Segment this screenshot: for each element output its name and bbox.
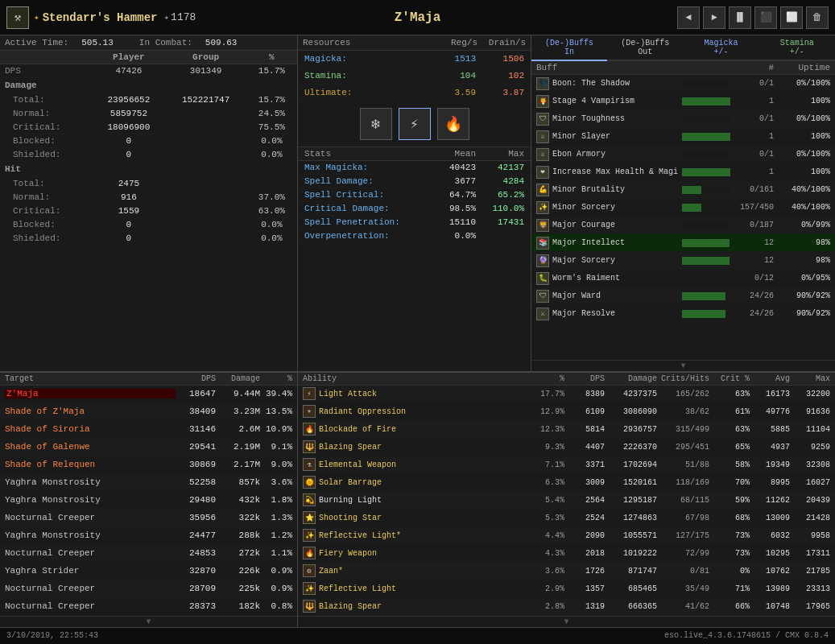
target-name: Yaghra Monstrosity [5,530,176,540]
buff-list: 🌑 Boon: The Shadow 0/1 0%/100% 🧛 Stage 4… [531,75,835,360]
tab-buffs-out[interactable]: (De-)BuffsOut [607,35,683,61]
ability-name: Reflective Light* [319,531,528,540]
target-row[interactable]: Nocturnal Creeper 35956 322k 1.3% [0,510,297,527]
tab-stamina[interactable]: Stamina+/- [759,35,835,61]
target-row[interactable]: Shade of Siroria 31146 2.6M 10.9% [0,421,297,439]
tab-buffs-in[interactable]: (De-)BuffsIn [531,35,607,61]
buff-count: 1 [734,167,774,176]
ability-icon-3[interactable]: 🔥 [437,108,469,140]
nav-play[interactable]: ▐▌ [729,6,751,29]
buff-count: 0/12 [734,274,774,283]
target-row[interactable]: Shade of Galenwe 29541 2.19M 9.1% [0,439,297,456]
target-name: Shade of Siroria [5,424,176,434]
col-pct-t: % [260,374,292,383]
buff-bar-container [682,80,730,88]
ability-name: Reflective Light [319,584,528,593]
buff-row: 🦁 Major Courage 0/187 0%/99% [531,217,835,234]
mean-label: Mean [428,149,476,159]
stat-mean: 0.0% [428,231,476,241]
buff-row: 🛡 Major Ward 24/26 90%/92% [531,287,835,305]
target-row[interactable]: Z'Maja 18647 9.44M 39.4% [0,386,297,403]
target-name: Z'Maja [5,389,176,398]
target-damage: 3.23M [216,407,260,416]
nav-delete[interactable]: 🗑 [806,6,829,29]
buff-count: 24/26 [734,291,774,300]
col-ability-dps: DPS [564,374,605,383]
ability-row[interactable]: 🔥 Fiery Weapon 4.3% 2018 1019222 72/99 7… [298,545,835,563]
nav-next[interactable]: ► [703,6,725,29]
ability-row[interactable]: ⚗ Elemental Weapon 7.1% 3371 1702694 51/… [298,456,835,474]
target-row[interactable]: Nocturnal Creeper 28709 225k 0.9% [0,580,297,598]
tab-magicka[interactable]: Magicka+/- [684,35,759,61]
ability-row[interactable]: 🔥 Blockade of Fire 12.3% 5814 2936757 31… [298,421,835,439]
buff-name: Major Courage [552,221,682,229]
ability-icon-2[interactable]: ⚡ [399,108,431,140]
buff-scroll: ▼ [531,360,835,371]
buff-count: 0/161 [734,185,774,194]
ability-max: 17311 [790,549,830,558]
target-row[interactable]: Yaghra Monstrosity 29480 432k 1.8% [0,492,297,510]
ability-max: 9958 [790,531,830,540]
buff-name: Major Intellect [552,238,682,247]
ability-row[interactable]: 🌞 Solar Barrage 6.3% 3009 1520161 118/16… [298,474,835,492]
col-damage: Damage [216,374,260,383]
ability-icon-1[interactable]: ❄ [360,108,392,140]
target-row[interactable]: Yaghra Strider 32870 226k 0.9% [0,563,297,580]
target-row[interactable]: Shade of Z'Maja 38409 3.23M 13.5% [0,403,297,421]
nav-export[interactable]: ⬜ [780,6,803,29]
ability-row[interactable]: 🔱 Blazing Spear 2.8% 1319 666365 41/62 6… [298,598,835,616]
ability-row[interactable]: ⚙ Zaan* 3.6% 1726 871747 0/81 0% 10762 2… [298,563,835,580]
buff-uptime: 40%/100% [774,185,830,194]
ability-avg: 13989 [750,584,790,593]
ability-crits: 295/451 [657,443,709,452]
ability-avg: 10762 [750,567,790,576]
buff-icon: 🧛 [536,95,549,108]
ability-row[interactable]: ✨ Reflective Light 2.9% 1357 685465 35/4… [298,580,835,598]
target-scroll: ▼ [0,616,297,627]
buff-uptime: 40%/100% [774,203,830,212]
buff-row: ⚔ Minor Slayer 1 100% [531,128,835,146]
ability-pct: 5.4% [528,496,564,505]
target-name: Nocturnal Creeper [5,601,176,611]
nav-prev[interactable]: ◄ [677,6,700,29]
nav-buttons: ◄ ► ▐▌ ⬛ ⬜ 🗑 [677,6,829,29]
ability-crits: 72/99 [657,549,709,558]
ability-pct: 7.1% [528,460,564,469]
col-ability: Ability [303,374,528,383]
buff-row: ✨ Minor Sorcery 157/450 40%/100% [531,199,835,217]
stat-mean: 98.5% [428,204,476,213]
ability-critpct: 58% [709,460,750,469]
nav-save[interactable]: ⬛ [754,6,777,29]
ability-row[interactable]: ☀ Radiant Oppression 12.9% 6109 3086090 … [298,403,835,421]
buff-count: 24/26 [734,309,774,318]
ability-avg: 49776 [750,407,790,416]
ability-row[interactable]: ⭐ Shooting Star 5.3% 2524 1274863 67/98 … [298,510,835,527]
ability-damage: 685465 [605,584,657,593]
ability-row[interactable]: 💫 Burning Light 5.4% 2564 1295187 68/115… [298,492,835,510]
ability-row[interactable]: 🔱 Blazing Spear 9.3% 4407 2226370 295/45… [298,439,835,456]
target-row[interactable]: Yaghra Monstrosity 52258 857k 3.6% [0,474,297,492]
target-row[interactable]: Nocturnal Creeper 24853 272k 1.1% [0,545,297,563]
resource-reg: 1513 [428,54,476,64]
stat-max: 110.0% [476,204,524,213]
target-damage: 226k [216,566,260,576]
ability-row[interactable]: ✨ Reflective Light* 4.4% 2090 1055571 12… [298,527,835,545]
ability-avg: 16173 [750,390,790,398]
target-row[interactable]: Yaghra Monstrosity 24477 288k 1.2% [0,527,297,545]
target-list: Z'Maja 18647 9.44M 39.4% Shade of Z'Maja… [0,386,297,616]
weapon-symbol: ⚒ [14,10,21,24]
target-row[interactable]: Nocturnal Creeper 28373 182k 0.8% [0,598,297,616]
ability-name: Solar Barrage [319,478,528,487]
target-row[interactable]: Shade of Relequen 30869 2.17M 9.0% [0,456,297,474]
target-dps: 29480 [176,495,216,505]
ability-row[interactable]: ⚡ Light Attack 17.7% 8389 4237375 165/26… [298,386,835,403]
target-dps: 52258 [176,477,216,487]
target-pct: 1.1% [260,548,292,558]
target-dps: 28373 [176,601,216,611]
ability-max: 91636 [790,407,830,416]
buff-uptime: 90%/92% [774,291,830,300]
buff-row: 🌑 Boon: The Shadow 0/1 0%/100% [531,75,835,93]
target-pct: 39.4% [260,389,292,398]
target-dps: 31146 [176,424,216,434]
ability-damage: 1274863 [605,514,657,522]
